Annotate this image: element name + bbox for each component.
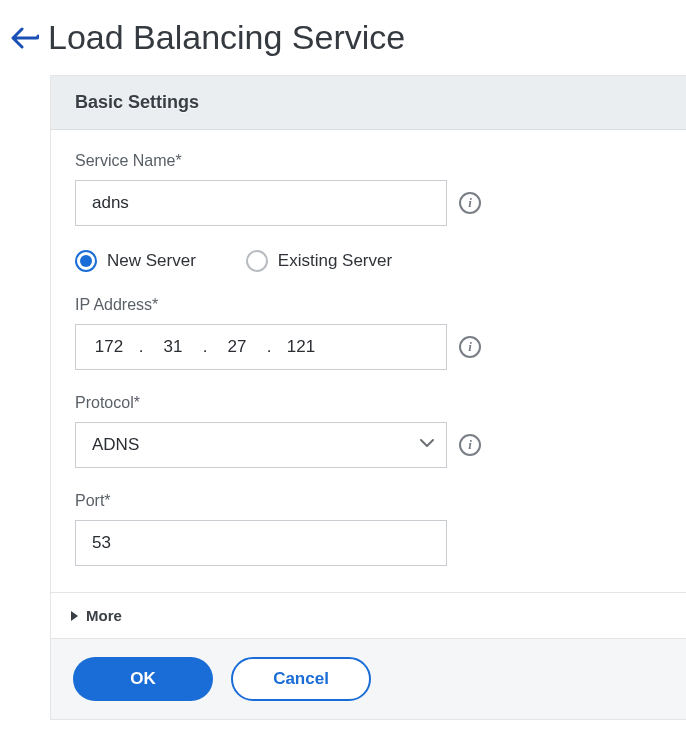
cancel-button[interactable]: Cancel [231,657,371,701]
radio-new-server-label: New Server [107,251,196,271]
back-button[interactable] [10,23,40,53]
protocol-select[interactable]: ADNS [75,422,447,468]
port-input[interactable] [75,520,447,566]
radio-new-server[interactable]: New Server [75,250,196,272]
ip-separator: . [134,337,148,357]
ip-octet-4[interactable] [276,325,326,369]
ip-octet-1[interactable] [84,325,134,369]
service-name-input[interactable] [75,180,447,226]
ip-separator: . [198,337,212,357]
radio-indicator [75,250,97,272]
more-label: More [86,607,122,624]
ip-octet-3[interactable] [212,325,262,369]
protocol-label: Protocol* [75,394,662,412]
ip-separator: . [262,337,276,357]
radio-existing-server-label: Existing Server [278,251,392,271]
page-title: Load Balancing Service [48,18,405,57]
ip-address-input-wrap: . . . [75,324,447,370]
ip-address-label: IP Address* [75,296,662,314]
port-label: Port* [75,492,662,510]
service-name-label: Service Name* [75,152,662,170]
section-header-basic-settings: Basic Settings [51,76,686,130]
info-icon[interactable]: i [459,434,481,456]
ok-button[interactable]: OK [73,657,213,701]
ip-octet-2[interactable] [148,325,198,369]
more-toggle[interactable]: More [51,592,686,638]
radio-indicator [246,250,268,272]
info-icon[interactable]: i [459,192,481,214]
chevron-right-icon [71,611,78,621]
radio-existing-server[interactable]: Existing Server [246,250,392,272]
info-icon[interactable]: i [459,336,481,358]
